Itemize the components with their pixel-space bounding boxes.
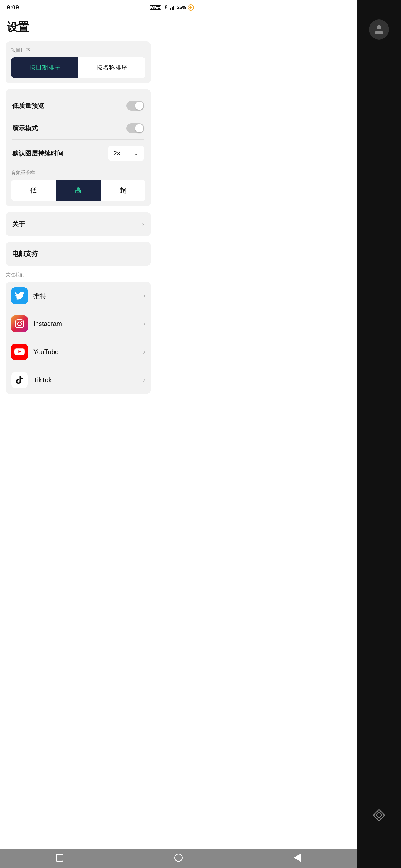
svg-rect-5 <box>175 6 175 10</box>
duration-row: 默认图层持续时间 2s ⌄ <box>11 140 145 167</box>
sort-by-date-button[interactable]: 按日期排序 <box>11 57 78 78</box>
duration-select[interactable]: 2s ⌄ <box>108 146 144 161</box>
resample-buttons: 低 高 超 <box>11 180 145 201</box>
twitter-label: 推特 <box>33 291 143 300</box>
instagram-icon <box>11 315 28 332</box>
page-title: 设置 <box>6 14 151 41</box>
status-icons: VoLTE 26% <box>149 4 194 10</box>
email-label: 电邮支持 <box>12 250 38 258</box>
svg-rect-3 <box>172 7 173 10</box>
demo-mode-row: 演示模式 <box>11 117 145 140</box>
divider-3 <box>12 167 144 167</box>
battery-text: 26% <box>177 5 186 10</box>
duration-value: 2s <box>114 150 120 157</box>
instagram-label: Instagram <box>33 320 143 328</box>
follow-card: 推特 › Instagram › Y <box>6 282 151 394</box>
chevron-down-icon: ⌄ <box>134 150 139 157</box>
twitter-item[interactable]: 推特 › <box>6 282 151 310</box>
sort-by-name-button[interactable]: 按名称排序 <box>78 57 145 78</box>
tiktok-icon <box>11 372 28 389</box>
youtube-chevron-icon: › <box>143 348 145 356</box>
wifi-icon <box>163 5 169 10</box>
sort-section: 项目排序 按日期排序 按名称排序 <box>6 41 151 84</box>
youtube-item[interactable]: YouTube › <box>6 338 151 366</box>
sort-buttons: 按日期排序 按名称排序 <box>11 57 145 78</box>
about-label: 关于 <box>12 220 25 228</box>
about-chevron-icon: › <box>142 220 144 228</box>
status-time: 9:09 <box>7 4 19 11</box>
resample-label: 音频重采样 <box>11 169 145 176</box>
follow-section: 关注我们 推特 › Instagram <box>6 272 151 394</box>
low-quality-row: 低质量预览 <box>11 95 145 117</box>
resample-ultra-button[interactable]: 超 <box>101 180 145 201</box>
instagram-chevron-icon: › <box>143 320 145 328</box>
battery-add-icon <box>188 4 194 10</box>
low-quality-label: 低质量预览 <box>12 101 44 110</box>
low-quality-toggle[interactable] <box>126 101 144 111</box>
svg-rect-2 <box>170 8 171 10</box>
tiktok-label: TikTok <box>33 376 143 384</box>
duration-label: 默认图层持续时间 <box>12 149 63 158</box>
settings-section: 低质量预览 演示模式 默认图层持续时间 2s ⌄ 音频重采样 低 高 超 <box>6 89 151 207</box>
svg-rect-4 <box>173 6 174 10</box>
instagram-item[interactable]: Instagram › <box>6 310 151 338</box>
twitter-chevron-icon: › <box>143 292 145 300</box>
tiktok-item[interactable]: TikTok › <box>6 366 151 394</box>
sort-section-label: 项目排序 <box>11 47 145 54</box>
about-nav-item[interactable]: 关于 › <box>11 212 145 236</box>
signal-icon <box>170 5 175 10</box>
youtube-label: YouTube <box>33 348 143 356</box>
email-nav-item[interactable]: 电邮支持 <box>11 242 145 266</box>
main-content: 设置 项目排序 按日期排序 按名称排序 低质量预览 演示模式 默认图层持续时间 … <box>0 14 156 422</box>
about-card: 关于 › <box>6 212 151 236</box>
resample-high-button[interactable]: 高 <box>56 180 101 201</box>
youtube-icon <box>11 344 28 360</box>
demo-mode-toggle[interactable] <box>126 123 144 133</box>
follow-label: 关注我们 <box>6 272 151 278</box>
volte-icon: VoLTE <box>149 5 161 10</box>
email-card: 电邮支持 <box>6 242 151 266</box>
demo-mode-label: 演示模式 <box>12 124 38 133</box>
status-bar: 9:09 VoLTE 26% <box>0 0 200 14</box>
resample-low-button[interactable]: 低 <box>11 180 56 201</box>
tiktok-chevron-icon: › <box>143 376 145 384</box>
twitter-icon <box>11 287 28 304</box>
